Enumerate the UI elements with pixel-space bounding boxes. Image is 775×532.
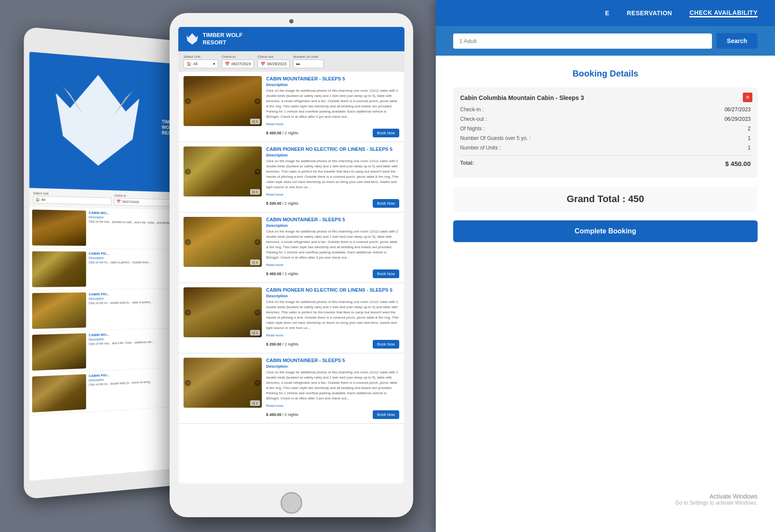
front-listing-book-btn-3[interactable]: Book Now — [373, 269, 399, 278]
nights-value: 2 — [748, 126, 751, 132]
next-arrow-5[interactable]: › — [254, 380, 261, 386]
back-listing-img-2 — [32, 252, 86, 288]
search-button[interactable]: Search — [716, 33, 758, 49]
front-listing-desc-label-3: Description — [266, 223, 399, 228]
front-listing-info-4: CABIN PIONEER NO ELECTRIC OR LINENS - SL… — [266, 287, 399, 349]
svg-marker-3 — [187, 33, 198, 45]
front-listing-book-btn-1[interactable]: Book Now — [373, 129, 399, 137]
front-listing-info-1: CABIN MOUNTAINEER - SLEEPS 5 Description… — [266, 76, 399, 137]
front-checkin-label: Check-in — [222, 55, 254, 59]
guests-label: Number Of Guests over 5 yo. : — [460, 135, 531, 141]
nav-item-e[interactable]: E — [605, 10, 609, 17]
front-listing-title-4: CABIN PIONEER NO ELECTRIC OR LINENS - SL… — [266, 287, 399, 293]
booking-card-title: Cabin Columbia Mountain Cabin - Sleeps 3 — [460, 94, 751, 101]
back-tablet-listings: CABIN MO... Description Click on the ima… — [30, 207, 192, 416]
checkin-label: Check-in : — [460, 106, 484, 113]
front-listing-title-2: CABIN PIONEER NO ELECTRIC OR LINENS - SL… — [266, 146, 399, 152]
detail-row-subtotal: Total: $ 450.00 — [460, 155, 751, 167]
front-listing-img-overlay-2: Q 1 — [250, 189, 260, 195]
back-listing-img-4 — [32, 333, 86, 371]
next-arrow-2[interactable]: › — [254, 169, 261, 175]
nav-item-check-availability[interactable]: CHECK AVAILABILITY — [689, 9, 758, 17]
front-num-units-input[interactable]: 🛏 — [293, 60, 324, 68]
detail-row-checkin: Check-in : 06/27/2023 — [460, 106, 751, 113]
front-logo-text: TIMBER WOLF RESORT — [203, 32, 243, 47]
next-arrow-3[interactable]: › — [254, 239, 261, 245]
front-listing-price-1: $ 450.00 / 2 nights — [266, 131, 298, 135]
front-logo-box: TIMBER WOLF RESORT — [184, 31, 243, 47]
front-listing-card-1: ‹ › Q 1 CABIN MOUNTAINEER - SLEEPS 5 Des… — [178, 72, 404, 142]
front-tablet: TIMBER WOLF RESORT Select Unit 🏠 All ▾ C… — [170, 13, 413, 517]
detail-row-nights: Of Nights : 2 — [460, 126, 751, 132]
front-checkin-group: Check-in 📅 06/27/2023 — [222, 55, 254, 68]
next-arrow-1[interactable]: › — [254, 98, 261, 104]
front-listing-read-more-1[interactable]: Read more — [266, 122, 399, 126]
front-select-unit-label: Select Unit — [184, 55, 218, 59]
front-listing-book-btn-4[interactable]: Book Now — [373, 340, 399, 349]
back-select-unit-group: Select Unit 🏠 All — [33, 192, 112, 205]
front-checkin-input[interactable]: 📅 06/27/2023 — [222, 60, 254, 68]
front-listing-card-2: ‹ › Q 1 CABIN PIONEER NO ELECTRIC OR LIN… — [178, 142, 404, 213]
front-listing-info-5: CABIN MOUNTAINEER - SLEEPS 5 Description… — [266, 358, 399, 419]
front-listing-card-3: ‹ › Q 1 CABIN MOUNTAINEER - SLEEPS 5 Des… — [178, 213, 404, 283]
front-listing-read-more-3[interactable]: Read more — [266, 263, 399, 267]
complete-booking-button[interactable]: Complete Booking — [453, 220, 758, 242]
prev-arrow-5[interactable]: ‹ — [185, 380, 191, 386]
checkin-value: 06/27/2023 — [725, 106, 751, 113]
prev-arrow-4[interactable]: ‹ — [185, 309, 191, 316]
back-select-unit-input[interactable]: 🏠 All — [33, 196, 112, 206]
right-panel-search-bar: Search — [436, 26, 775, 56]
prev-arrow-2[interactable]: ‹ — [185, 169, 191, 175]
front-listing-arrows-1: ‹ › — [184, 98, 262, 104]
search-input[interactable] — [453, 33, 712, 49]
front-select-unit-input[interactable]: 🏠 All ▾ — [184, 60, 218, 68]
activate-windows-sub: Go to Settings to activate Windows. — [675, 500, 758, 506]
front-tablet-home-button[interactable] — [281, 492, 302, 514]
front-listing-book-btn-5[interactable]: Book Now — [373, 410, 399, 419]
front-listing-desc-2: Click on the image for additional photos… — [266, 159, 399, 190]
front-listing-desc-4: Click on the image for additional photos… — [266, 299, 399, 331]
front-listing-book-btn-2[interactable]: Book Now — [373, 199, 399, 208]
front-listing-read-more-5[interactable]: Read more — [266, 404, 399, 408]
front-listing-read-more-4[interactable]: Read more — [266, 333, 399, 337]
front-select-unit-group: Select Unit 🏠 All ▾ — [184, 55, 218, 68]
front-listing-arrows-2: ‹ › — [184, 169, 262, 175]
front-listing-footer-2: $ 200.00 / 2 nights Book Now — [266, 199, 399, 208]
front-listing-img-4: ‹ › Q 1 — [184, 287, 262, 337]
home-icon-small: 🏠 — [187, 62, 191, 66]
booking-close-button[interactable]: ✕ — [743, 93, 752, 102]
right-panel-content: Booking Details Cabin Columbia Mountain … — [436, 56, 775, 255]
back-listing-item: CABIN PIO... Description Click on the im… — [30, 289, 192, 332]
prev-arrow-3[interactable]: ‹ — [185, 239, 191, 245]
front-listing-desc-label-2: Description — [266, 153, 399, 157]
front-tablet-header: TIMBER WOLF RESORT — [178, 27, 404, 51]
booking-card: Cabin Columbia Mountain Cabin - Sleeps 3… — [453, 87, 758, 178]
front-listing-read-more-2[interactable]: Read more — [266, 193, 399, 196]
prev-arrow-1[interactable]: ‹ — [185, 98, 191, 104]
back-listing-item: CABIN PIC... Description Click on the im… — [30, 249, 192, 290]
detail-row-units: Number of Units : 1 — [460, 145, 751, 151]
activate-windows-watermark: Activate Windows Go to Settings to activ… — [675, 493, 758, 506]
front-listing-price-2: $ 200.00 / 2 nights — [266, 201, 298, 206]
subtotal-value: $ 450.00 — [725, 160, 751, 167]
front-listing-footer-4: $ 200.00 / 2 nights Book Now — [266, 340, 399, 349]
front-listing-footer-1: $ 450.00 / 2 nights Book Now — [266, 129, 399, 137]
front-listing-title-1: CABIN MOUNTAINEER - SLEEPS 5 — [266, 76, 399, 81]
chevron-down-icon: ▾ — [213, 62, 215, 66]
checkout-label: Check-out : — [460, 116, 487, 122]
back-listing-item: CABIN MO... Description Click on the ima… — [30, 207, 192, 249]
front-listing-info-3: CABIN MOUNTAINEER - SLEEPS 5 Description… — [266, 217, 399, 278]
front-listing-arrows-4: ‹ › — [184, 309, 262, 316]
front-checkout-input[interactable]: 📅 06/29/2023 — [257, 60, 290, 68]
nav-item-reservation[interactable]: RESERVATION — [627, 10, 672, 17]
front-wolf-logo-icon — [184, 31, 200, 47]
front-filters-bar: Select Unit 🏠 All ▾ Check-in 📅 06/27/202… — [178, 51, 404, 72]
front-listing-img-overlay-5: Q 1 — [250, 400, 260, 406]
right-panel: E RESERVATION CHECK AVAILABILITY Search … — [436, 0, 775, 532]
back-listing-item: CABIN MO... Description Click on the ima… — [30, 328, 192, 374]
front-listing-desc-label-1: Description — [266, 83, 399, 87]
front-listing-info-2: CABIN PIONEER NO ELECTRIC OR LINENS - SL… — [266, 146, 399, 208]
next-arrow-4[interactable]: › — [254, 309, 261, 316]
front-listing-img-overlay-4: Q 1 — [250, 330, 260, 336]
subtotal-label: Total: — [460, 160, 474, 167]
